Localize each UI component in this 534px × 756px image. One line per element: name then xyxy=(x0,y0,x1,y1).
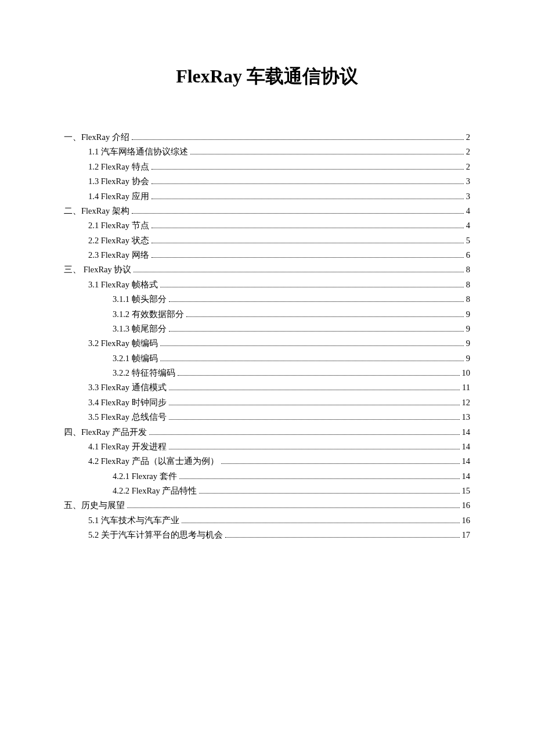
toc-entry-page: 9 xyxy=(466,307,470,322)
toc-entry[interactable]: 三、 FlexRay 协议8 xyxy=(64,262,470,277)
toc-entry-label: 2.1 FlexRay 节点 xyxy=(88,218,149,233)
toc-entry-page: 13 xyxy=(462,410,471,424)
toc-entry[interactable]: 4.1 FlexRay 开发进程14 xyxy=(64,440,470,454)
toc-entry[interactable]: 1.3 FlexRay 协会3 xyxy=(64,174,470,189)
toc-leader-dots xyxy=(182,523,460,523)
toc-entry[interactable]: 1.4 FlexRay 应用3 xyxy=(64,189,470,204)
toc-entry[interactable]: 5.2 关于汽车计算平台的思考与机会17 xyxy=(64,528,470,542)
toc-entry[interactable]: 二、FlexRay 架构4 xyxy=(64,204,470,218)
toc-entry[interactable]: 3.5 FlexRay 总线信号13 xyxy=(64,410,470,424)
toc-entry-label: 2.2 FlexRay 状态 xyxy=(88,233,149,248)
toc-leader-dots xyxy=(160,361,464,361)
toc-entry[interactable]: 4.2.1 Flexray 套件14 xyxy=(64,469,470,484)
toc-entry-page: 2 xyxy=(466,130,470,145)
toc-leader-dots xyxy=(149,434,460,435)
toc-entry-label: 4.2.1 Flexray 套件 xyxy=(113,469,177,484)
toc-entry-label: 2.3 FlexRay 网络 xyxy=(88,248,149,262)
toc-entry-page: 8 xyxy=(466,292,470,307)
toc-entry[interactable]: 3.1.3 帧尾部分9 xyxy=(64,322,470,336)
toc-entry-label: 五、历史与展望 xyxy=(64,498,125,513)
toc-entry-page: 14 xyxy=(462,425,471,440)
toc-entry-page: 16 xyxy=(462,513,471,528)
toc-entry[interactable]: 一、FlexRay 介绍2 xyxy=(64,130,470,145)
toc-leader-dots xyxy=(151,183,464,184)
toc-entry[interactable]: 2.1 FlexRay 节点4 xyxy=(64,218,470,233)
toc-leader-dots xyxy=(178,375,460,376)
toc-entry-page: 11 xyxy=(462,380,470,395)
toc-entry[interactable]: 4.2.2 FlexRay 产品特性15 xyxy=(64,484,470,498)
toc-entry-label: 3.1.3 帧尾部分 xyxy=(113,322,167,336)
toc-entry[interactable]: 五、历史与展望16 xyxy=(64,498,470,513)
toc-entry-label: 3.3 FlexRay 通信模式 xyxy=(88,380,167,395)
toc-entry[interactable]: 3.2 FlexRay 帧编码9 xyxy=(64,336,470,351)
toc-leader-dots xyxy=(169,449,460,449)
toc-leader-dots xyxy=(221,463,460,464)
toc-leader-dots xyxy=(225,537,460,538)
toc-entry[interactable]: 5.1 汽车技术与汽车产业16 xyxy=(64,513,470,528)
toc-entry[interactable]: 3.1.2 有效数据部分9 xyxy=(64,307,470,322)
toc-leader-dots xyxy=(127,507,460,508)
toc-entry-label: 3.5 FlexRay 总线信号 xyxy=(88,410,167,424)
toc-leader-dots xyxy=(132,139,464,140)
toc-entry[interactable]: 四、FlexRay 产品开发14 xyxy=(64,425,470,440)
toc-entry-page: 6 xyxy=(466,248,470,262)
toc-entry-label: 5.1 汽车技术与汽车产业 xyxy=(88,513,179,528)
toc-leader-dots xyxy=(132,213,464,214)
toc-leader-dots xyxy=(134,272,463,272)
toc-entry[interactable]: 3.2.1 帧编码9 xyxy=(64,351,470,366)
toc-entry-page: 17 xyxy=(462,528,471,542)
toc-entry-page: 14 xyxy=(462,440,471,454)
toc-entry[interactable]: 3.1 FlexRay 帧格式8 xyxy=(64,278,470,292)
toc-entry-label: 3.2.2 特征符编码 xyxy=(113,366,175,380)
toc-entry-label: 3.4 FlexRay 时钟同步 xyxy=(88,395,167,410)
toc-leader-dots xyxy=(186,316,464,317)
toc-entry[interactable]: 3.4 FlexRay 时钟同步12 xyxy=(64,395,470,410)
toc-leader-dots xyxy=(199,493,459,494)
toc-entry[interactable]: 2.2 FlexRay 状态5 xyxy=(64,233,470,248)
toc-leader-dots xyxy=(190,154,464,154)
toc-entry-label: 3.2 FlexRay 帧编码 xyxy=(88,336,158,351)
toc-entry-page: 5 xyxy=(466,233,470,248)
toc-entry-label: 1.2 FlexRay 特点 xyxy=(88,160,149,174)
toc-entry[interactable]: 2.3 FlexRay 网络6 xyxy=(64,248,470,262)
toc-entry-page: 10 xyxy=(462,366,471,380)
toc-entry-label: 4.2 FlexRay 产品（以富士通为例） xyxy=(88,454,219,469)
toc-leader-dots xyxy=(160,345,464,346)
toc-entry[interactable]: 3.2.2 特征符编码10 xyxy=(64,366,470,380)
toc-entry-label: 一、FlexRay 介绍 xyxy=(64,130,129,145)
toc-entry-page: 9 xyxy=(466,351,470,366)
toc-entry-label: 5.2 关于汽车计算平台的思考与机会 xyxy=(88,528,223,542)
toc-entry[interactable]: 1.1 汽车网络通信协议综述2 xyxy=(64,145,470,159)
toc-leader-dots xyxy=(169,390,460,390)
toc-leader-dots xyxy=(179,478,460,479)
toc-entry-label: 4.1 FlexRay 开发进程 xyxy=(88,440,167,454)
toc-entry-page: 14 xyxy=(462,454,471,469)
toc-leader-dots xyxy=(169,419,460,420)
toc-entry-page: 4 xyxy=(466,218,470,233)
toc-entry-page: 9 xyxy=(466,336,470,351)
toc-entry-page: 14 xyxy=(462,469,471,484)
toc-entry-label: 1.1 汽车网络通信协议综述 xyxy=(88,145,188,159)
toc-leader-dots xyxy=(169,405,460,405)
toc-entry-page: 15 xyxy=(462,484,471,498)
table-of-contents: 一、FlexRay 介绍21.1 汽车网络通信协议综述21.2 FlexRay … xyxy=(64,130,470,543)
toc-entry[interactable]: 1.2 FlexRay 特点2 xyxy=(64,160,470,174)
toc-entry-label: 3.1.1 帧头部分 xyxy=(113,292,167,307)
toc-entry-label: 三、 FlexRay 协议 xyxy=(64,262,131,277)
toc-entry-page: 2 xyxy=(466,145,470,159)
toc-leader-dots xyxy=(151,257,464,258)
toc-entry-label: 3.2.1 帧编码 xyxy=(113,351,158,366)
toc-leader-dots xyxy=(151,243,464,243)
toc-entry-label: 3.1 FlexRay 帧格式 xyxy=(88,278,158,292)
toc-leader-dots xyxy=(169,331,464,332)
toc-entry-label: 二、FlexRay 架构 xyxy=(64,204,129,218)
toc-entry-page: 3 xyxy=(466,174,470,189)
toc-entry-page: 2 xyxy=(466,160,470,174)
toc-entry[interactable]: 3.1.1 帧头部分8 xyxy=(64,292,470,307)
page-title: FlexRay 车载通信协议 xyxy=(64,64,470,89)
toc-leader-dots xyxy=(169,301,464,302)
toc-leader-dots xyxy=(151,228,464,228)
toc-entry-page: 8 xyxy=(466,278,470,292)
toc-entry[interactable]: 4.2 FlexRay 产品（以富士通为例）14 xyxy=(64,454,470,469)
toc-entry[interactable]: 3.3 FlexRay 通信模式11 xyxy=(64,380,470,395)
